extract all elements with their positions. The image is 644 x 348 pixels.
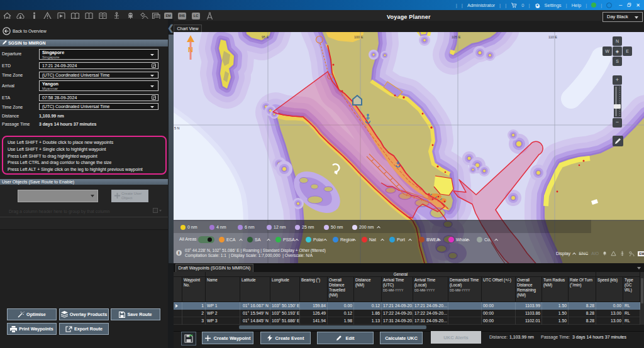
svg-text:100 E: 100 E	[354, 35, 364, 39]
svg-text:N: N	[188, 46, 193, 53]
svg-text:5 N: 5 N	[174, 126, 180, 130]
svg-text:105 E: 105 E	[452, 35, 461, 39]
svg-text:110 E: 110 E	[548, 35, 557, 39]
svg-text:95 E: 95 E	[262, 35, 269, 39]
